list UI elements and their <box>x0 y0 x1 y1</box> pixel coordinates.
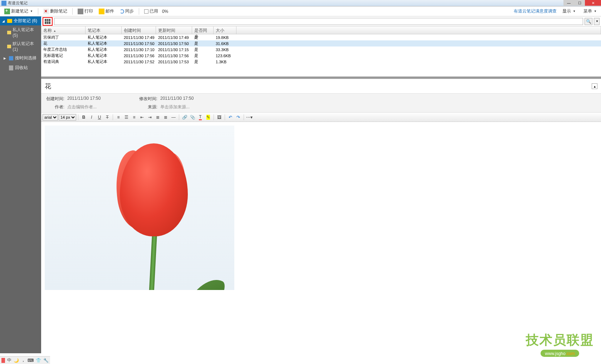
format-toolbar: arial 14 px B I U T ≡ ☰ ≡ ⇤ ⇥ ≣ ≣ — 🔗 📎 … <box>41 113 601 122</box>
watermark-url: www.jsgho.com <box>541 350 579 357</box>
plus-icon <box>4 9 10 14</box>
number-list-button[interactable]: ≣ <box>162 114 169 121</box>
sidebar-all-notes[interactable]: ◢ 全部笔记 (6) <box>0 16 41 25</box>
note-editor: 花 ▴ 创建时间: 2011/11/30 17:50 修改时间: 2011/11… <box>41 79 601 353</box>
tulip-stem <box>148 233 157 290</box>
cell-notebook: 私人笔记本 <box>85 46 122 53</box>
usage-indicator: 已用 0% <box>142 8 170 15</box>
outdent-button[interactable]: ⇤ <box>138 114 146 121</box>
table-row[interactable]: 年度工作总结私人笔记本2011/11/30 17:102011/11/30 17… <box>41 46 601 53</box>
strike-button[interactable]: T <box>104 114 111 121</box>
chevron-down-icon: ▼ <box>573 10 576 13</box>
cell-created: 2011/11/30 17:49 <box>122 34 156 40</box>
bold-button[interactable]: B <box>80 114 87 121</box>
app-icon <box>1 1 6 6</box>
chevron-down-icon: ▼ <box>30 10 33 13</box>
undo-button[interactable]: ↶ <box>227 114 234 121</box>
table-row[interactable]: 花私人笔记本2011/11/30 17:502011/11/30 17:50是3… <box>41 40 601 46</box>
mail-icon <box>99 9 104 14</box>
trash-label: 回收站 <box>15 65 28 71</box>
collapse-button[interactable]: ▴ <box>592 83 597 89</box>
cell-name: 有道词典 <box>41 59 85 65</box>
search-dropdown[interactable]: ▼ <box>594 18 600 25</box>
chevron-down-icon: ▼ <box>596 20 598 23</box>
author-value[interactable]: 点击编辑作者... <box>67 104 97 110</box>
search-button[interactable]: 🔍 <box>585 18 592 25</box>
moon-icon[interactable]: 🌙 <box>14 358 19 363</box>
trash-icon <box>9 65 13 70</box>
minimize-button[interactable]: — <box>563 0 574 6</box>
main-menu[interactable]: 菜单 ▼ <box>581 8 599 15</box>
italic-button[interactable]: I <box>88 114 95 121</box>
col-spacer <box>236 26 601 34</box>
close-button[interactable]: ✕ <box>585 0 601 6</box>
new-note-button[interactable]: 新建笔记 ▼ <box>2 8 35 15</box>
hr-button[interactable]: — <box>170 114 177 121</box>
cell-size: 31.6KB <box>214 40 236 46</box>
link-button[interactable]: 🔗 <box>181 114 188 121</box>
keyboard-icon[interactable]: ⌨ <box>28 358 34 363</box>
delete-note-button[interactable]: 删除笔记 <box>41 8 69 15</box>
table-row[interactable]: 无标题笔记私人笔记本2011/11/30 17:562011/11/30 17:… <box>41 53 601 59</box>
bullet-list-button[interactable]: ≣ <box>154 114 161 121</box>
mail-button[interactable]: 邮件 <box>97 8 116 15</box>
cell-created: 2011/11/30 17:52 <box>122 59 156 65</box>
note-title[interactable]: 花 <box>45 82 592 90</box>
ime-icon[interactable] <box>1 358 5 363</box>
col-created[interactable]: 创建时间 <box>122 26 156 34</box>
calendar-icon <box>9 56 13 60</box>
cell-notebook: 私人笔记本 <box>85 53 122 59</box>
align-left-button[interactable]: ≡ <box>115 114 122 121</box>
table-row[interactable]: 有道词典私人笔记本2011/11/30 17:522011/11/30 17:5… <box>41 59 601 65</box>
highlight-button[interactable]: ✎ <box>205 114 212 121</box>
col-synced[interactable]: 是否同步 <box>192 26 214 34</box>
menu-label: 菜单 <box>583 8 592 14</box>
align-center-button[interactable]: ☰ <box>123 114 130 121</box>
display-menu[interactable]: 显示 ▼ <box>560 8 578 15</box>
redo-button[interactable]: ↷ <box>235 114 242 121</box>
table-row[interactable]: 宫保鸡丁私人笔记本2011/11/30 17:492011/11/30 17:4… <box>41 34 601 40</box>
meta-author[interactable]: 作者: 点击编辑作者... <box>45 104 138 110</box>
print-button[interactable]: 打印 <box>75 8 95 15</box>
sidebar-trash[interactable]: 回收站 <box>0 63 41 73</box>
view-toggle-button[interactable] <box>43 17 53 26</box>
watermark: 技术员联盟 www.jsgho.com <box>526 331 594 357</box>
more-button[interactable]: ⋯▾ <box>246 114 253 121</box>
window-controls: — ☐ ✕ <box>563 0 601 6</box>
sidebar-by-time[interactable]: ▶ 按时间选择 <box>0 53 41 63</box>
sidebar-item-private[interactable]: 私人笔记本 (5) <box>0 25 41 39</box>
sidebar-item-default[interactable]: 默认笔记本 (1) <box>0 39 41 53</box>
attach-button[interactable]: 📎 <box>189 114 196 121</box>
survey-link[interactable]: 有道云笔记满意度调查 <box>514 8 557 14</box>
font-size-select[interactable]: 14 px <box>59 114 76 120</box>
expand-down-icon: ◢ <box>2 19 6 23</box>
note-content[interactable] <box>41 122 601 353</box>
period-icon[interactable]: ， <box>21 357 25 363</box>
statusbar: 中 🌙 ， ⌨ 👕 🔧 <box>0 356 50 364</box>
wrench-icon[interactable]: 🔧 <box>43 358 49 363</box>
underline-button[interactable]: U <box>96 114 103 121</box>
person-icon[interactable]: 👕 <box>36 358 41 363</box>
search-input[interactable] <box>54 18 583 25</box>
align-right-button[interactable]: ≡ <box>131 114 138 121</box>
right-pane: 🔍 ▼ 名称▲ 笔记本 创建时间 更新时间 是否同步 大小 宫保鸡丁私人笔记本2… <box>41 16 601 353</box>
maximize-button[interactable]: ☐ <box>574 0 585 6</box>
col-name[interactable]: 名称▲ <box>41 26 85 34</box>
cell-synced: 是 <box>192 46 214 53</box>
ime-mode[interactable]: 中 <box>7 357 11 363</box>
col-size[interactable]: 大小 <box>214 26 236 34</box>
text-color-button[interactable]: T <box>197 114 204 121</box>
cell-synced: 是 <box>192 40 214 46</box>
cell-created: 2011/11/30 17:56 <box>122 53 156 59</box>
col-notebook[interactable]: 笔记本 <box>85 26 122 34</box>
sync-button[interactable]: 同步 <box>118 8 136 15</box>
col-updated[interactable]: 更新时间 <box>156 26 192 34</box>
cell-updated: 2011/11/30 17:53 <box>156 59 192 65</box>
meta-source[interactable]: 来源: 单击添加来源... <box>138 104 238 110</box>
new-note-label: 新建笔记 <box>11 8 28 14</box>
font-family-select[interactable]: arial <box>43 114 58 120</box>
indent-button[interactable]: ⇥ <box>146 114 153 121</box>
image-button[interactable]: 🖼 <box>216 114 223 121</box>
checkbox-icon <box>144 9 148 14</box>
source-value[interactable]: 单击添加来源... <box>160 104 190 110</box>
